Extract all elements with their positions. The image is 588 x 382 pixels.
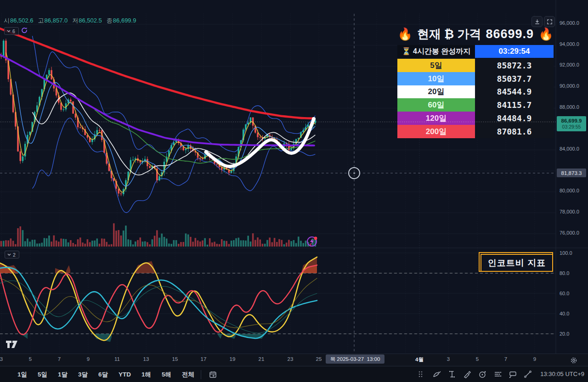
crosshair-price-text: 81,873.3 xyxy=(561,170,582,176)
download-button[interactable] xyxy=(531,16,543,27)
range-button-3달[interactable]: 3달 xyxy=(78,371,88,379)
time-axis-label: 19 xyxy=(230,356,236,362)
range-button-5해[interactable]: 5해 xyxy=(162,371,171,379)
time-axis-label: 4월 xyxy=(415,356,424,363)
ma-value: 84484.9 xyxy=(475,112,554,125)
ma-table-row: 200일87081.6 xyxy=(397,125,554,138)
ma-period-label: 10일 xyxy=(397,72,475,85)
time-axis-label: 15 xyxy=(172,356,178,362)
indicator-annotation-box: 인코트비 지표 xyxy=(479,252,553,272)
badge-countdown: 03:29:55 xyxy=(562,124,581,130)
price-axis-label: 80.0 xyxy=(560,270,569,276)
candle-countdown-row: ⏳ 4시간봉 완성까지 03:29:54 xyxy=(397,45,554,58)
time-axis-label: 23 xyxy=(288,356,294,362)
range-button-전체[interactable]: 전체 xyxy=(182,371,194,379)
refresh-icon[interactable] xyxy=(21,27,28,34)
time-axis-label: 9 xyxy=(533,356,536,362)
badge-price: 86,699.9 xyxy=(561,118,582,124)
trading-chart-app: { "header": { "ohlc": [ {"label": "시", "… xyxy=(0,0,588,382)
ma-value: 85872.3 xyxy=(475,59,554,72)
osc-panel-collapse-badge[interactable]: 2 xyxy=(5,251,19,258)
brush-icon[interactable] xyxy=(462,369,473,380)
ma-value: 85037.7 xyxy=(475,72,554,85)
time-axis-settings-gear-icon[interactable] xyxy=(568,355,579,366)
osc-panel-indicator-count: 2 xyxy=(13,252,16,258)
current-price-axis-badge: 86,699.9 03:29:55 xyxy=(557,116,586,131)
price-axis-label: 20.0 xyxy=(560,331,569,337)
ma-period-label: 20일 xyxy=(397,85,475,99)
price-axis-label: 100.0 xyxy=(560,250,572,256)
range-button-6달[interactable]: 6달 xyxy=(98,371,108,379)
annotation-text: 인코트비 지표 xyxy=(481,254,553,272)
lines-icon[interactable] xyxy=(492,369,503,380)
fire-icon: 🔥 xyxy=(538,27,553,41)
countdown-label: ⏳ 4시간봉 완성까지 xyxy=(397,45,475,58)
download-icon xyxy=(534,19,540,25)
ohlc-header: 시86,502.6고86,857.0저86,502.5종86,699.9 xyxy=(4,17,136,25)
current-price-value: 86699.9 xyxy=(486,27,534,41)
range-button-1일[interactable]: 1일 xyxy=(17,371,27,379)
ohlc-item: 고86,857.0 xyxy=(38,17,68,25)
time-axis-label: 13 xyxy=(143,356,149,362)
time-axis-label: 7 xyxy=(504,356,507,362)
ma-period-label: 5일 xyxy=(397,59,475,72)
time-axis-label: 3 xyxy=(447,356,450,362)
target-icon[interactable] xyxy=(477,369,488,380)
time-axis-label: 3 xyxy=(0,356,3,362)
ma-period-label: 120일 xyxy=(397,112,475,125)
ma-table-row: 60일84115.7 xyxy=(397,98,554,112)
fire-icon: 🔥 xyxy=(397,27,412,41)
price-axis-label: 60.0 xyxy=(560,291,569,296)
crosshair-time-badge: 목 2025-03-27 13:00 xyxy=(326,354,384,364)
current-price-label: 현재 ₿ 가격 xyxy=(417,26,481,42)
text-icon[interactable] xyxy=(447,369,458,380)
divider xyxy=(201,370,201,379)
range-button-5일[interactable]: 5일 xyxy=(38,371,47,379)
boost-flash-icon[interactable] xyxy=(306,235,319,248)
toolbar-right-tools: 13:30:05 UTC+9 xyxy=(416,366,584,382)
price-axis-label: 96,000.0 xyxy=(560,20,579,26)
price-axis-label: 78,000.0 xyxy=(560,209,579,214)
trendline-icon[interactable] xyxy=(522,369,533,380)
range-button-1해[interactable]: 1해 xyxy=(141,371,151,379)
ma-value: 84115.7 xyxy=(475,98,554,112)
price-axis-label: 88,000.0 xyxy=(560,104,579,110)
ma-table-row: 120일84484.9 xyxy=(397,112,554,125)
price-axis-label: 92,000.0 xyxy=(560,62,579,67)
time-axis-label: 25 xyxy=(316,356,322,362)
current-price-title: 🔥 현재 ₿ 가격 86699.9 🔥 xyxy=(397,26,554,42)
ma-table: 5일85872.310일85037.720일84544.960일84115.71… xyxy=(397,59,554,138)
draw-icon[interactable] xyxy=(431,369,442,380)
main-panel-collapse-badge[interactable]: 6 xyxy=(4,27,19,35)
price-axis-label: 90,000.0 xyxy=(560,83,579,89)
ma-value: 84544.9 xyxy=(475,85,554,99)
ma-period-label: 60일 xyxy=(397,98,475,112)
ma-table-row: 20일84544.9 xyxy=(397,85,554,99)
crosshair-time-text: 목 2025-03-27 13:00 xyxy=(330,356,380,363)
ma-period-label: 200일 xyxy=(397,125,475,138)
time-axis-label: 17 xyxy=(201,356,207,362)
price-axis-label: 40.0 xyxy=(560,311,569,316)
go-to-date-icon[interactable] xyxy=(208,369,219,380)
ma-value: 87081.6 xyxy=(475,125,554,138)
time-axis-label: 7 xyxy=(58,356,61,362)
tradingview-logo[interactable] xyxy=(6,340,18,348)
price-axis-label: 84,000.0 xyxy=(560,146,579,152)
time-axis-label: 21 xyxy=(259,356,265,362)
fullscreen-button[interactable] xyxy=(544,16,555,27)
price-axis-label: 80,000.0 xyxy=(560,188,579,193)
drag-handle-icon[interactable] xyxy=(416,369,427,380)
time-axis-label: 5 xyxy=(29,356,32,362)
range-selector: 1일5일1달3달6달YTD1해5해전체 xyxy=(0,371,194,379)
clock-display[interactable]: 13:30:05 UTC+9 xyxy=(540,371,584,377)
ma-table-row: 5일85872.3 xyxy=(397,59,554,72)
time-axis-label: 11 xyxy=(114,356,120,362)
price-axis-label: 94,000.0 xyxy=(560,41,579,47)
main-panel-indicator-count: 6 xyxy=(12,28,15,34)
chevron-down-icon xyxy=(7,253,11,256)
ohlc-item: 시86,502.6 xyxy=(4,17,34,25)
callout-icon[interactable] xyxy=(507,369,518,380)
range-button-YTD[interactable]: YTD xyxy=(119,371,131,378)
range-button-1달[interactable]: 1달 xyxy=(58,371,68,379)
chevron-down-icon xyxy=(7,30,11,33)
